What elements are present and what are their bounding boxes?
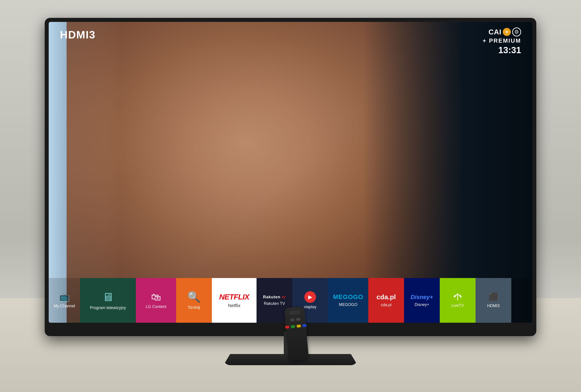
cda-logo: cda.pl xyxy=(377,293,396,301)
remote-btn-2[interactable] xyxy=(296,318,300,321)
rakuten-logo: Rakuten tv xyxy=(263,295,286,300)
input-label: HDMI3 xyxy=(60,28,95,41)
remote-yellow-button[interactable] xyxy=(297,324,301,328)
app-rakuten-label: Rakuten TV xyxy=(264,301,285,306)
remote-top-bar xyxy=(289,310,300,315)
remote-blue-button[interactable] xyxy=(302,324,307,327)
app-livetv[interactable]: LiveTV xyxy=(440,278,476,323)
app-my-channel-label: My Channel xyxy=(54,304,75,309)
disney-logo: Disney+ xyxy=(411,294,433,300)
channel-badge: CAI + ⚙ xyxy=(489,28,521,36)
app-disney-label: Disney+ xyxy=(415,302,429,307)
settings-icon[interactable]: ⚙ xyxy=(512,28,521,36)
remote-color-row xyxy=(285,324,307,328)
remote-green-button[interactable] xyxy=(291,325,295,328)
app-disney[interactable]: Disney+ Disney+ xyxy=(404,278,440,323)
app-hdmi3-label: HDMI3 xyxy=(487,304,500,308)
app-szukaj-label: Szukaj xyxy=(188,305,200,310)
app-megogo-label: MEGOGO xyxy=(339,302,357,307)
megogo-logo: MEGOGO xyxy=(333,294,363,300)
channel-suffix: + PREMIUM xyxy=(483,37,521,44)
time-display: 13:31 xyxy=(498,45,521,55)
app-program-tv[interactable]: 🖥 Program telewizyjny xyxy=(80,278,136,323)
app-szukaj[interactable]: 🔍 Szukaj xyxy=(176,278,212,323)
tv-body: HDMI3 CAI + ⚙ + PREMIUM 13:31 📺 My Chann… xyxy=(45,18,536,336)
hdmi-icon: ⬛ xyxy=(489,292,499,302)
canal-plus-icon: + xyxy=(503,28,511,36)
app-cda[interactable]: cda.pl cda.pl xyxy=(368,278,404,323)
tv-hud: HDMI3 CAI + ⚙ + PREMIUM 13:31 📺 My Chann… xyxy=(49,22,532,323)
app-program-tv-label: Program telewizyjny xyxy=(90,306,126,310)
app-lg-content[interactable]: 🛍 LG Content xyxy=(136,278,176,323)
app-viaplay-label: viaplay xyxy=(304,304,316,310)
app-my-channel[interactable]: 📺 My Channel xyxy=(49,278,80,323)
channel-name: CAI xyxy=(489,28,502,36)
app-netflix-label: Netflix xyxy=(228,303,240,308)
app-cda-label: cda.pl xyxy=(381,302,392,308)
remote-btn-1[interactable] xyxy=(290,318,295,322)
app-hdmi3[interactable]: ⬛ HDMI3 xyxy=(476,278,511,323)
app-netflix[interactable]: NETFLIX Netflix xyxy=(212,278,257,323)
app-megogo[interactable]: MEGOGO MEGOGO xyxy=(328,278,368,323)
remote-red-button[interactable] xyxy=(285,326,289,329)
app-lg-content-label: LG Content xyxy=(146,304,166,309)
tv-screen: HDMI3 CAI + ⚙ + PREMIUM 13:31 📺 My Chann… xyxy=(49,22,532,323)
antenna-icon xyxy=(452,292,463,302)
remote-nav-row xyxy=(290,318,300,322)
netflix-logo: NETFLIX xyxy=(219,292,249,301)
viaplay-icon: ▶ xyxy=(304,291,316,303)
app-livetv-label: LiveTV xyxy=(451,303,464,308)
top-right-info: CAI + ⚙ + PREMIUM 13:31 xyxy=(483,28,521,55)
